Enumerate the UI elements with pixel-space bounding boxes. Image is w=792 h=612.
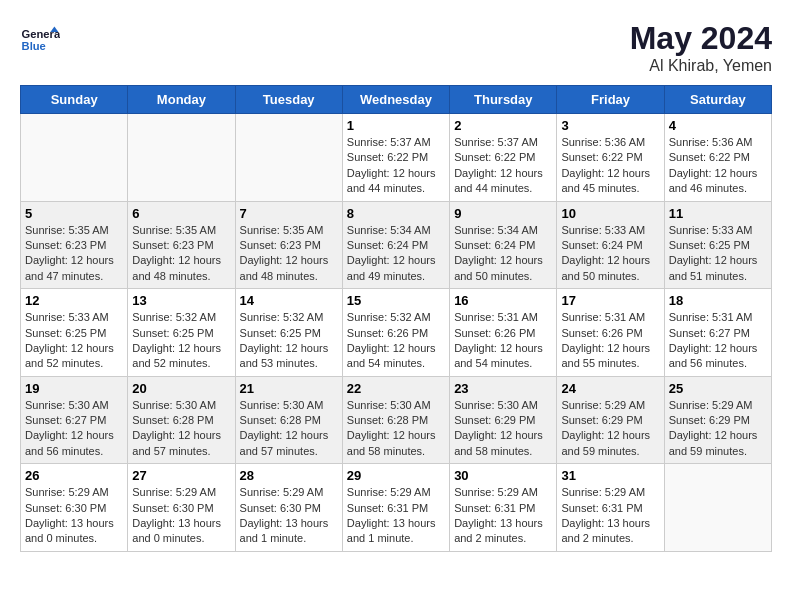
day-cell-24: 24Sunrise: 5:29 AMSunset: 6:29 PMDayligh… xyxy=(557,376,664,464)
empty-cell xyxy=(21,114,128,202)
day-number: 12 xyxy=(25,293,123,308)
day-info: Sunrise: 5:30 AMSunset: 6:28 PMDaylight:… xyxy=(132,398,230,460)
day-info: Sunrise: 5:30 AMSunset: 6:29 PMDaylight:… xyxy=(454,398,552,460)
month-year: May 2024 xyxy=(630,20,772,57)
empty-cell xyxy=(235,114,342,202)
weekday-header-saturday: Saturday xyxy=(664,86,771,114)
day-cell-19: 19Sunrise: 5:30 AMSunset: 6:27 PMDayligh… xyxy=(21,376,128,464)
day-number: 8 xyxy=(347,206,445,221)
day-cell-8: 8Sunrise: 5:34 AMSunset: 6:24 PMDaylight… xyxy=(342,201,449,289)
day-number: 6 xyxy=(132,206,230,221)
day-cell-11: 11Sunrise: 5:33 AMSunset: 6:25 PMDayligh… xyxy=(664,201,771,289)
day-cell-15: 15Sunrise: 5:32 AMSunset: 6:26 PMDayligh… xyxy=(342,289,449,377)
day-cell-26: 26Sunrise: 5:29 AMSunset: 6:30 PMDayligh… xyxy=(21,464,128,552)
day-cell-6: 6Sunrise: 5:35 AMSunset: 6:23 PMDaylight… xyxy=(128,201,235,289)
day-number: 14 xyxy=(240,293,338,308)
day-info: Sunrise: 5:35 AMSunset: 6:23 PMDaylight:… xyxy=(25,223,123,285)
week-row-5: 26Sunrise: 5:29 AMSunset: 6:30 PMDayligh… xyxy=(21,464,772,552)
day-number: 24 xyxy=(561,381,659,396)
logo-icon: General Blue xyxy=(20,20,60,60)
day-number: 23 xyxy=(454,381,552,396)
empty-cell xyxy=(128,114,235,202)
weekday-header-monday: Monday xyxy=(128,86,235,114)
day-cell-31: 31Sunrise: 5:29 AMSunset: 6:31 PMDayligh… xyxy=(557,464,664,552)
day-cell-7: 7Sunrise: 5:35 AMSunset: 6:23 PMDaylight… xyxy=(235,201,342,289)
week-row-4: 19Sunrise: 5:30 AMSunset: 6:27 PMDayligh… xyxy=(21,376,772,464)
day-info: Sunrise: 5:29 AMSunset: 6:29 PMDaylight:… xyxy=(561,398,659,460)
day-number: 1 xyxy=(347,118,445,133)
day-cell-18: 18Sunrise: 5:31 AMSunset: 6:27 PMDayligh… xyxy=(664,289,771,377)
day-info: Sunrise: 5:32 AMSunset: 6:26 PMDaylight:… xyxy=(347,310,445,372)
day-number: 22 xyxy=(347,381,445,396)
day-cell-22: 22Sunrise: 5:30 AMSunset: 6:28 PMDayligh… xyxy=(342,376,449,464)
day-cell-21: 21Sunrise: 5:30 AMSunset: 6:28 PMDayligh… xyxy=(235,376,342,464)
day-number: 31 xyxy=(561,468,659,483)
day-info: Sunrise: 5:29 AMSunset: 6:31 PMDaylight:… xyxy=(347,485,445,547)
day-number: 15 xyxy=(347,293,445,308)
day-info: Sunrise: 5:29 AMSunset: 6:31 PMDaylight:… xyxy=(561,485,659,547)
day-info: Sunrise: 5:29 AMSunset: 6:30 PMDaylight:… xyxy=(25,485,123,547)
day-info: Sunrise: 5:37 AMSunset: 6:22 PMDaylight:… xyxy=(454,135,552,197)
day-number: 21 xyxy=(240,381,338,396)
weekday-header-friday: Friday xyxy=(557,86,664,114)
day-number: 18 xyxy=(669,293,767,308)
day-info: Sunrise: 5:33 AMSunset: 6:25 PMDaylight:… xyxy=(25,310,123,372)
day-cell-28: 28Sunrise: 5:29 AMSunset: 6:30 PMDayligh… xyxy=(235,464,342,552)
day-cell-30: 30Sunrise: 5:29 AMSunset: 6:31 PMDayligh… xyxy=(450,464,557,552)
day-info: Sunrise: 5:35 AMSunset: 6:23 PMDaylight:… xyxy=(132,223,230,285)
weekday-header-wednesday: Wednesday xyxy=(342,86,449,114)
day-info: Sunrise: 5:29 AMSunset: 6:29 PMDaylight:… xyxy=(669,398,767,460)
day-cell-16: 16Sunrise: 5:31 AMSunset: 6:26 PMDayligh… xyxy=(450,289,557,377)
day-number: 26 xyxy=(25,468,123,483)
day-number: 30 xyxy=(454,468,552,483)
day-info: Sunrise: 5:33 AMSunset: 6:24 PMDaylight:… xyxy=(561,223,659,285)
day-number: 3 xyxy=(561,118,659,133)
weekday-header-row: SundayMondayTuesdayWednesdayThursdayFrid… xyxy=(21,86,772,114)
day-cell-1: 1Sunrise: 5:37 AMSunset: 6:22 PMDaylight… xyxy=(342,114,449,202)
week-row-1: 1Sunrise: 5:37 AMSunset: 6:22 PMDaylight… xyxy=(21,114,772,202)
day-info: Sunrise: 5:36 AMSunset: 6:22 PMDaylight:… xyxy=(669,135,767,197)
empty-cell xyxy=(664,464,771,552)
day-info: Sunrise: 5:30 AMSunset: 6:27 PMDaylight:… xyxy=(25,398,123,460)
day-number: 16 xyxy=(454,293,552,308)
weekday-header-thursday: Thursday xyxy=(450,86,557,114)
day-info: Sunrise: 5:29 AMSunset: 6:30 PMDaylight:… xyxy=(132,485,230,547)
day-info: Sunrise: 5:36 AMSunset: 6:22 PMDaylight:… xyxy=(561,135,659,197)
day-cell-20: 20Sunrise: 5:30 AMSunset: 6:28 PMDayligh… xyxy=(128,376,235,464)
day-number: 20 xyxy=(132,381,230,396)
day-cell-4: 4Sunrise: 5:36 AMSunset: 6:22 PMDaylight… xyxy=(664,114,771,202)
day-number: 10 xyxy=(561,206,659,221)
day-number: 7 xyxy=(240,206,338,221)
day-number: 25 xyxy=(669,381,767,396)
day-info: Sunrise: 5:30 AMSunset: 6:28 PMDaylight:… xyxy=(347,398,445,460)
day-number: 27 xyxy=(132,468,230,483)
day-number: 4 xyxy=(669,118,767,133)
day-cell-25: 25Sunrise: 5:29 AMSunset: 6:29 PMDayligh… xyxy=(664,376,771,464)
day-info: Sunrise: 5:34 AMSunset: 6:24 PMDaylight:… xyxy=(347,223,445,285)
logo: General Blue xyxy=(20,20,60,60)
weekday-header-sunday: Sunday xyxy=(21,86,128,114)
day-info: Sunrise: 5:31 AMSunset: 6:27 PMDaylight:… xyxy=(669,310,767,372)
day-cell-29: 29Sunrise: 5:29 AMSunset: 6:31 PMDayligh… xyxy=(342,464,449,552)
day-info: Sunrise: 5:35 AMSunset: 6:23 PMDaylight:… xyxy=(240,223,338,285)
day-info: Sunrise: 5:29 AMSunset: 6:31 PMDaylight:… xyxy=(454,485,552,547)
day-number: 2 xyxy=(454,118,552,133)
day-info: Sunrise: 5:34 AMSunset: 6:24 PMDaylight:… xyxy=(454,223,552,285)
day-cell-13: 13Sunrise: 5:32 AMSunset: 6:25 PMDayligh… xyxy=(128,289,235,377)
day-number: 5 xyxy=(25,206,123,221)
day-cell-27: 27Sunrise: 5:29 AMSunset: 6:30 PMDayligh… xyxy=(128,464,235,552)
day-info: Sunrise: 5:29 AMSunset: 6:30 PMDaylight:… xyxy=(240,485,338,547)
day-info: Sunrise: 5:37 AMSunset: 6:22 PMDaylight:… xyxy=(347,135,445,197)
location: Al Khirab, Yemen xyxy=(630,57,772,75)
day-cell-5: 5Sunrise: 5:35 AMSunset: 6:23 PMDaylight… xyxy=(21,201,128,289)
day-cell-3: 3Sunrise: 5:36 AMSunset: 6:22 PMDaylight… xyxy=(557,114,664,202)
day-number: 17 xyxy=(561,293,659,308)
week-row-2: 5Sunrise: 5:35 AMSunset: 6:23 PMDaylight… xyxy=(21,201,772,289)
day-info: Sunrise: 5:30 AMSunset: 6:28 PMDaylight:… xyxy=(240,398,338,460)
day-number: 11 xyxy=(669,206,767,221)
day-info: Sunrise: 5:31 AMSunset: 6:26 PMDaylight:… xyxy=(561,310,659,372)
day-info: Sunrise: 5:32 AMSunset: 6:25 PMDaylight:… xyxy=(132,310,230,372)
day-cell-17: 17Sunrise: 5:31 AMSunset: 6:26 PMDayligh… xyxy=(557,289,664,377)
day-info: Sunrise: 5:31 AMSunset: 6:26 PMDaylight:… xyxy=(454,310,552,372)
day-number: 19 xyxy=(25,381,123,396)
